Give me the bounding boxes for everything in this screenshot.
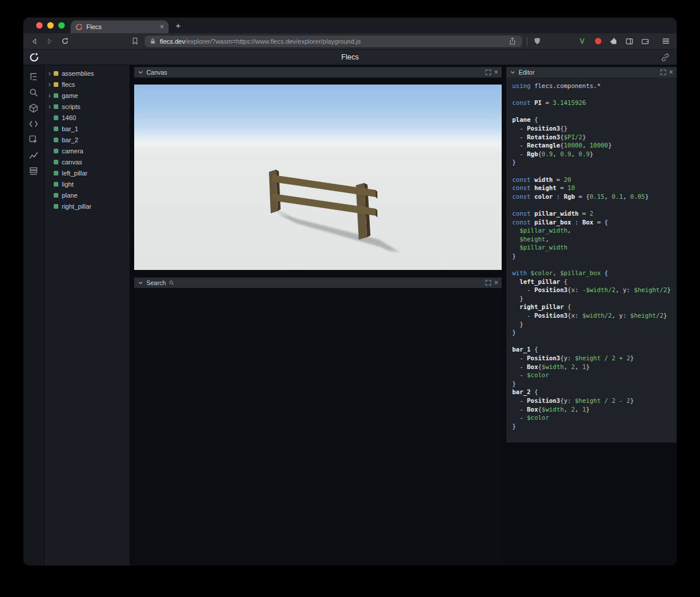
code-line[interactable]: const pillar_width = 2 <box>512 209 677 218</box>
code-line[interactable] <box>512 337 677 346</box>
tree-item-plane[interactable]: plane <box>44 189 130 201</box>
code-line[interactable]: - Position3{x: $width/2, y: $height/2} <box>512 311 677 320</box>
code-line[interactable]: $height, <box>512 235 677 244</box>
tree-item-light[interactable]: light <box>44 178 130 189</box>
code-line[interactable]: plane { <box>512 115 677 124</box>
code-line[interactable]: $pillar_width <box>512 243 677 252</box>
code-line[interactable]: right_pillar { <box>512 303 677 311</box>
entities-icon[interactable] <box>29 103 38 113</box>
close-icon[interactable]: × <box>494 279 498 286</box>
code-line[interactable]: - Rotation3{$PI/2} <box>512 133 677 142</box>
editor-code[interactable]: using flecs.components.* const PI = 3.14… <box>506 78 677 443</box>
code-line[interactable]: } <box>512 422 677 431</box>
menu-hamburger-icon[interactable] <box>660 36 671 47</box>
chevron-down-icon[interactable] <box>138 69 144 75</box>
reload-button[interactable] <box>60 36 70 47</box>
code-line[interactable]: } <box>512 320 677 329</box>
search-results-area[interactable] <box>134 288 502 566</box>
code-line[interactable]: - Rectangle{10000, 10000} <box>512 141 677 150</box>
tree-item-bar_2[interactable]: bar_2 <box>44 134 130 145</box>
expand-icon[interactable] <box>485 69 491 75</box>
code-line[interactable]: - Rgb{0.9, 0.9, 0.9} <box>512 150 677 159</box>
canvas-viewport[interactable] <box>134 85 502 270</box>
code-line[interactable]: - $color <box>512 371 677 380</box>
code-line[interactable]: - Position3{} <box>512 124 677 133</box>
search-panel-header[interactable]: Search × <box>134 278 502 288</box>
close-icon[interactable]: × <box>494 69 498 76</box>
tree-item-canvas[interactable]: canvas <box>44 156 130 167</box>
share-icon[interactable] <box>507 36 517 47</box>
code-line[interactable]: $pillar_width, <box>512 226 677 235</box>
expand-arrow-icon[interactable]: › <box>48 70 54 77</box>
code-line[interactable]: - Box{$width, 2, 1} <box>512 405 677 414</box>
expand-icon[interactable] <box>660 69 666 75</box>
canvas-panel-header[interactable]: Canvas × <box>134 67 502 78</box>
close-icon[interactable]: × <box>669 69 673 76</box>
forward-button[interactable] <box>44 36 55 47</box>
url-bar[interactable]: flecs.dev/explorer/?wasm=https://www.fle… <box>145 36 522 47</box>
vimium-extension-icon[interactable]: V <box>578 37 587 46</box>
tree-item-left_pillar[interactable]: left_pillar <box>44 167 130 178</box>
code-line[interactable] <box>512 90 677 99</box>
code-line[interactable]: with $color, $pillar_box { <box>512 269 677 278</box>
expand-arrow-icon[interactable]: › <box>48 81 54 88</box>
code-line[interactable]: - Position3{x: -$width/2, y: $height/2} <box>512 286 677 294</box>
tree-item-scripts[interactable]: ›scripts <box>44 101 130 112</box>
code-line[interactable] <box>512 107 677 116</box>
tree-item-flecs[interactable]: ›flecs <box>44 79 130 90</box>
code-line[interactable]: const width = 20 <box>512 175 677 184</box>
editor-panel-header[interactable]: Editor × <box>506 67 677 78</box>
share-link-icon[interactable] <box>661 53 670 62</box>
tree-icon[interactable] <box>29 72 38 82</box>
code-line[interactable]: - Position3{y: $height / 2 + 2} <box>512 354 677 363</box>
window-close-button[interactable] <box>36 22 43 29</box>
expand-arrow-icon[interactable]: › <box>48 92 54 99</box>
code-line[interactable]: - $color <box>512 413 677 422</box>
code-line[interactable]: - Position3{y: $height / 2 - 2} <box>512 396 677 405</box>
inspect-icon[interactable] <box>29 135 38 145</box>
wallet-icon[interactable] <box>640 37 650 46</box>
new-tab-button[interactable]: + <box>176 21 181 30</box>
tree-item-right_pillar[interactable]: right_pillar <box>44 201 130 212</box>
code-line[interactable]: bar_2 { <box>512 388 677 396</box>
code-line[interactable]: bar_1 { <box>512 345 677 354</box>
bookmark-icon[interactable] <box>130 36 140 47</box>
window-minimize-button[interactable] <box>47 22 54 29</box>
expand-arrow-icon[interactable]: › <box>48 103 54 110</box>
tree-item-assemblies[interactable]: ›assemblies <box>44 68 130 79</box>
code-line[interactable]: const PI = 3.1415926 <box>512 99 677 107</box>
code-line[interactable]: } <box>512 328 677 337</box>
code-icon[interactable] <box>29 119 38 129</box>
code-line[interactable]: - Box{$width, 2, 1} <box>512 363 677 371</box>
code-line[interactable] <box>512 167 677 175</box>
brave-shield-icon[interactable] <box>532 36 542 47</box>
code-line[interactable]: } <box>512 158 677 167</box>
sidebar-toggle-icon[interactable] <box>625 37 634 46</box>
browser-tab[interactable]: Flecs × <box>71 20 169 33</box>
code-line[interactable]: using flecs.components.* <box>512 82 677 90</box>
code-line[interactable] <box>512 201 677 209</box>
code-line[interactable]: const color : Rgb = {0.15, 0.1, 0.05} <box>512 192 677 201</box>
tree-item-game[interactable]: ›game <box>44 90 130 101</box>
code-line[interactable]: } <box>512 252 677 261</box>
code-line[interactable]: const pillar_box : Box = { <box>512 218 677 227</box>
search-icon[interactable] <box>29 87 38 97</box>
red-extension-icon[interactable] <box>593 37 603 46</box>
code-line[interactable]: left_pillar { <box>512 278 677 286</box>
expand-icon[interactable] <box>485 280 491 286</box>
back-button[interactable] <box>29 36 40 47</box>
window-zoom-button[interactable] <box>58 22 65 29</box>
tree-item-bar_1[interactable]: bar_1 <box>44 123 130 134</box>
code-line[interactable]: } <box>512 380 677 388</box>
extensions-puzzle-icon[interactable] <box>609 37 618 46</box>
tables-icon[interactable] <box>29 166 38 176</box>
tree-item-camera[interactable]: camera <box>44 145 130 156</box>
stats-icon[interactable] <box>29 150 38 160</box>
tree-item-1460[interactable]: 1460 <box>44 112 130 123</box>
code-line[interactable] <box>512 260 677 269</box>
code-line[interactable]: } <box>512 294 677 303</box>
tab-close-icon[interactable]: × <box>160 23 164 30</box>
chevron-down-icon[interactable] <box>138 280 144 286</box>
code-line[interactable]: const height = 10 <box>512 184 677 192</box>
chevron-down-icon[interactable] <box>510 69 516 75</box>
